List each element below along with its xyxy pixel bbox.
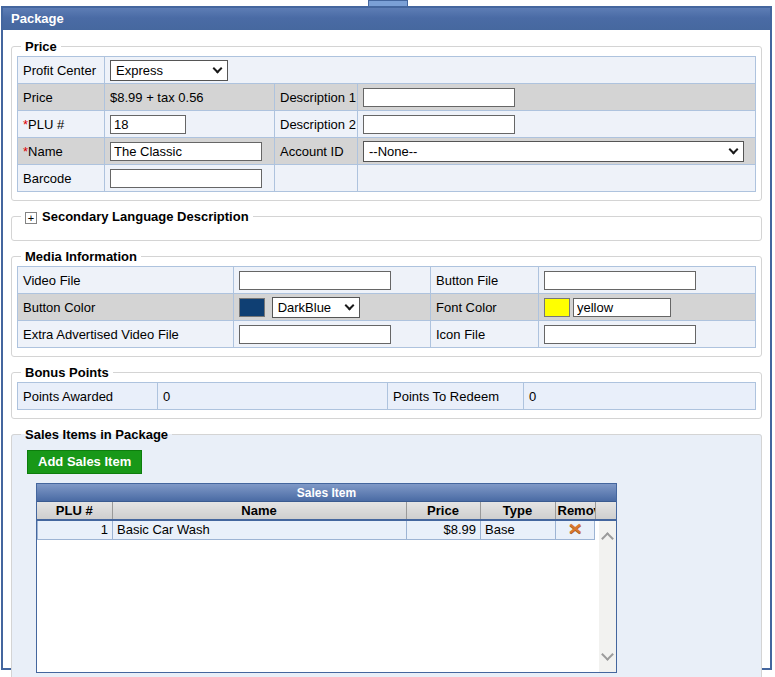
button-color-select[interactable]: DarkBlue bbox=[272, 297, 360, 318]
button-file-input[interactable] bbox=[544, 271, 696, 290]
sales-items-legend: Sales Items in Package bbox=[21, 427, 172, 442]
price-table: Profit Center Express Price $8.99 + tax … bbox=[17, 56, 756, 192]
price-section-legend: Price bbox=[21, 39, 61, 54]
font-color-label: Font Color bbox=[431, 294, 539, 321]
expand-plus-icon[interactable]: + bbox=[25, 212, 37, 224]
col-header-remove: Remove bbox=[555, 502, 595, 520]
row-name: Basic Car Wash bbox=[113, 521, 407, 539]
icon-file-input[interactable] bbox=[544, 325, 696, 344]
media-table: Video File Button File Button Color Dark… bbox=[17, 266, 756, 348]
points-awarded-value: 0 bbox=[158, 383, 388, 410]
col-header-plu: PLU # bbox=[37, 502, 112, 520]
scroll-down-icon[interactable] bbox=[601, 648, 614, 661]
description1-label: Description 1 bbox=[275, 84, 358, 111]
barcode-label: Barcode bbox=[18, 165, 105, 192]
add-sales-item-button[interactable]: Add Sales Item bbox=[27, 450, 142, 474]
extra-video-input[interactable] bbox=[239, 325, 391, 344]
description1-input[interactable] bbox=[363, 88, 515, 107]
price-value: $8.99 + tax 0.56 bbox=[105, 84, 275, 111]
plu-label: *PLU # bbox=[18, 111, 105, 138]
col-header-name: Name bbox=[112, 502, 406, 520]
sales-item-group-header: Sales Item bbox=[37, 484, 616, 502]
button-file-label: Button File bbox=[431, 267, 539, 294]
account-id-select[interactable]: --None-- bbox=[363, 141, 744, 162]
video-file-label: Video File bbox=[18, 267, 234, 294]
vertical-scrollbar[interactable] bbox=[599, 521, 616, 672]
font-color-input[interactable] bbox=[573, 298, 671, 317]
profit-center-label: Profit Center bbox=[18, 57, 105, 84]
barcode-input[interactable] bbox=[110, 169, 262, 188]
sales-item-column-headers: PLU # Name Price Type Remove bbox=[37, 502, 616, 521]
window-titlebar: Package bbox=[3, 8, 770, 30]
description2-input[interactable] bbox=[363, 115, 515, 134]
col-header-type: Type bbox=[480, 502, 555, 520]
name-input[interactable] bbox=[110, 142, 262, 161]
media-section: Media Information Video File Button File… bbox=[11, 249, 762, 357]
name-label: *Name bbox=[18, 138, 105, 165]
table-row: 1 Basic Car Wash $8.99 Base ✕ bbox=[38, 521, 595, 539]
sales-items-section: Sales Items in Package Add Sales Item Sa… bbox=[11, 427, 762, 677]
account-id-label: Account ID bbox=[275, 138, 358, 165]
profit-center-select[interactable]: Express bbox=[110, 60, 228, 81]
row-type: Base bbox=[481, 521, 556, 539]
description2-label: Description 2 bbox=[275, 111, 358, 138]
chevron-down-icon bbox=[213, 63, 223, 73]
icon-file-label: Icon File bbox=[431, 321, 539, 348]
sales-item-grid: Sales Item PLU # Name Price Type Remove bbox=[36, 483, 617, 673]
secondary-language-section: +Secondary Language Description bbox=[11, 209, 762, 241]
secondary-language-legend: +Secondary Language Description bbox=[21, 209, 253, 224]
plu-input[interactable] bbox=[110, 115, 186, 134]
sales-item-table-body: 1 Basic Car Wash $8.99 Base ✕ bbox=[37, 521, 616, 672]
points-to-redeem-label: Points To Redeem bbox=[388, 383, 524, 410]
sales-item-rows: 1 Basic Car Wash $8.99 Base ✕ bbox=[37, 521, 595, 540]
col-header-price: Price bbox=[406, 502, 480, 520]
bonus-section-legend: Bonus Points bbox=[21, 365, 113, 380]
media-section-legend: Media Information bbox=[21, 249, 141, 264]
font-color-swatch bbox=[544, 298, 570, 317]
package-window: Package Price Profit Center Express bbox=[1, 6, 772, 670]
points-to-redeem-value: 0 bbox=[524, 383, 756, 410]
price-label: Price bbox=[18, 84, 105, 111]
points-awarded-label: Points Awarded bbox=[18, 383, 158, 410]
remove-item-icon[interactable]: ✕ bbox=[567, 522, 582, 536]
bonus-table: Points Awarded 0 Points To Redeem 0 bbox=[17, 382, 756, 410]
row-price: $8.99 bbox=[407, 521, 481, 539]
chevron-down-icon bbox=[344, 300, 354, 310]
chevron-down-icon bbox=[729, 144, 739, 154]
row-plu: 1 bbox=[38, 521, 113, 539]
button-color-label: Button Color bbox=[18, 294, 234, 321]
form-content: Price Profit Center Express Price $8.99 … bbox=[3, 30, 770, 677]
page-title: Package bbox=[11, 11, 64, 26]
price-section: Price Profit Center Express Price $8.99 … bbox=[11, 39, 762, 201]
col-header-filler bbox=[595, 502, 616, 520]
video-file-input[interactable] bbox=[239, 271, 391, 290]
bonus-section: Bonus Points Points Awarded 0 Points To … bbox=[11, 365, 762, 419]
extra-video-label: Extra Advertised Video File bbox=[18, 321, 234, 348]
button-color-swatch bbox=[239, 298, 265, 317]
scroll-up-icon[interactable] bbox=[601, 532, 614, 545]
